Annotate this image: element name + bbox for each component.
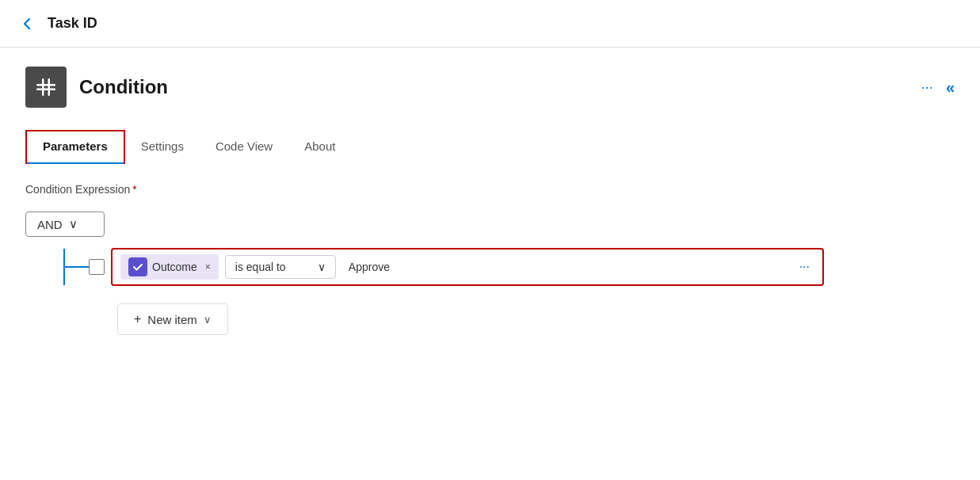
outcome-token[interactable]: Outcome × — [120, 254, 219, 280]
value-input[interactable] — [342, 257, 788, 276]
condition-row: Outcome × is equal to ∨ ··· — [111, 248, 824, 286]
back-button[interactable] — [19, 16, 35, 32]
dots-icon: ··· — [921, 79, 933, 96]
required-indicator: * — [132, 183, 136, 196]
collapse-icon: « — [946, 78, 955, 97]
token-icon — [128, 257, 147, 276]
tab-parameters[interactable]: Parameters — [25, 130, 125, 164]
row-dots-button[interactable]: ··· — [795, 257, 814, 277]
svg-rect-3 — [48, 78, 51, 96]
section-label: Condition Expression* — [25, 183, 955, 196]
component-header: Condition ··· « — [25, 67, 955, 108]
token-close-button[interactable]: × — [205, 261, 211, 272]
row-checkbox[interactable] — [89, 259, 105, 275]
component-dots-button[interactable]: ··· — [921, 79, 933, 96]
tab-about[interactable]: About — [288, 131, 351, 162]
new-item-chevron-icon: ∨ — [204, 314, 212, 326]
page-title: Task ID — [48, 15, 97, 32]
svg-rect-0 — [36, 84, 55, 86]
header-bar: Task ID — [0, 0, 980, 48]
svg-rect-1 — [36, 89, 55, 91]
row-dots-icon: ··· — [799, 260, 810, 273]
operator-chevron-icon: ∨ — [318, 261, 326, 273]
collapse-button[interactable]: « — [946, 78, 955, 97]
tab-settings[interactable]: Settings — [125, 131, 200, 162]
tab-codeview[interactable]: Code View — [200, 131, 288, 162]
new-item-label: New item — [147, 313, 197, 326]
condition-icon — [25, 67, 67, 108]
component-title: Condition — [79, 76, 168, 98]
and-chevron-icon: ∨ — [69, 217, 78, 231]
component-actions: ··· « — [921, 78, 955, 97]
component-left: Condition — [25, 67, 168, 108]
svg-rect-2 — [42, 78, 44, 96]
operator-label: is equal to — [235, 261, 286, 273]
main-content: Condition ··· « Parameters Settings Code… — [0, 48, 980, 354]
token-text: Outcome — [152, 261, 197, 273]
new-item-button[interactable]: + New item ∨ — [117, 303, 228, 335]
plus-icon: + — [134, 312, 141, 326]
and-label: AND — [37, 218, 63, 231]
operator-dropdown[interactable]: is equal to ∨ — [225, 255, 336, 279]
condition-area: AND ∨ — [25, 211, 955, 335]
and-operator-dropdown[interactable]: AND ∨ — [25, 211, 105, 237]
tabs-container: Parameters Settings Code View About — [25, 130, 955, 164]
